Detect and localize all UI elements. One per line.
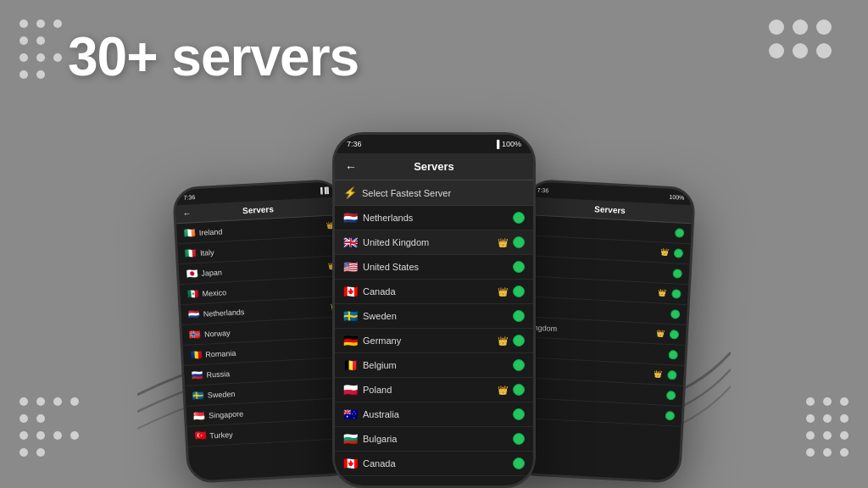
connected-indicator <box>674 248 684 258</box>
connected-indicator <box>513 335 525 347</box>
premium-crown-icon: 👑 <box>660 248 669 257</box>
phone-right-battery: 100% <box>669 193 684 200</box>
flag-icon: 🇬🇧 <box>343 236 358 249</box>
country-label: Russia <box>206 363 342 379</box>
list-item[interactable]: 🇦🇺 Australia <box>335 402 533 427</box>
flag-icon: 🇷🇴 <box>190 349 203 361</box>
phone-center-header: ← Servers <box>335 153 533 180</box>
country-label: Sweden <box>208 384 343 399</box>
country-label: Netherlands <box>363 213 508 223</box>
country-label <box>531 266 668 273</box>
phone-center: 7:36 ▐ 100% ← Servers ⚡ Select Fastest S… <box>332 132 536 488</box>
phone-right-title: Servers <box>594 204 626 215</box>
list-item[interactable]: 🇳🇱 Netherlands <box>335 206 533 230</box>
connected-indicator <box>513 458 525 469</box>
flag-icon: 🇲🇽 <box>186 288 199 300</box>
flag-icon: 🇸🇪 <box>343 309 358 323</box>
connected-indicator <box>672 269 682 279</box>
premium-crown-icon: 👑 <box>654 370 662 379</box>
dots-top-left-decoration <box>17 17 64 85</box>
list-item[interactable]: 🇨🇦 Canada <box>335 452 533 476</box>
fastest-server-row[interactable]: ⚡ Select Fastest Server <box>335 180 533 206</box>
list-item[interactable]: 🇧🇪 Belgium <box>335 353 533 378</box>
phone-center-server-list: ⚡ Select Fastest Server 🇳🇱 Netherlands 🇬… <box>335 180 533 476</box>
phone-left-time: 7:36 <box>183 194 195 201</box>
country-label <box>527 347 664 354</box>
connected-indicator <box>513 408 525 420</box>
flag-icon: 🇳🇱 <box>187 308 200 320</box>
country-label <box>525 388 661 395</box>
phone-right-server-list: 👑 👑 kingdom 👑 <box>516 215 691 427</box>
premium-crown-icon: 👑 <box>656 330 665 338</box>
phone-left-back-button[interactable]: ← <box>182 208 192 219</box>
country-label <box>529 307 665 313</box>
flag-icon: 🇧🇪 <box>343 358 358 372</box>
country-label: Japan <box>201 263 325 278</box>
phone-center-battery: ▐ 100% <box>494 140 521 148</box>
flag-icon: 🇹🇷 <box>194 430 207 442</box>
country-label: Canada <box>363 286 492 297</box>
connected-indicator <box>513 212 525 224</box>
list-item[interactable]: 🇧🇬 Bulgaria <box>335 427 533 452</box>
flag-icon: 🇵🇱 <box>343 383 358 396</box>
flag-icon: 🇨🇦 <box>343 285 358 298</box>
country-label: Belgium <box>363 360 508 370</box>
country-label: Turkey <box>209 424 345 440</box>
premium-crown-icon: 👑 <box>498 238 508 247</box>
phone-center-notch <box>400 135 468 153</box>
connected-indicator <box>667 370 677 380</box>
connected-indicator <box>665 411 676 421</box>
list-item[interactable]: 🇨🇦 Canada 👑 <box>335 280 533 304</box>
flag-icon: 🇮🇪 <box>183 227 196 239</box>
phone-left-title: Servers <box>242 204 274 215</box>
connected-indicator <box>513 310 525 322</box>
connected-indicator <box>671 289 682 299</box>
fastest-server-label: Select Fastest Server <box>362 188 451 198</box>
premium-crown-icon: 👑 <box>498 385 508 395</box>
list-item[interactable]: 🇩🇪 Germany 👑 <box>335 329 533 353</box>
country-label: United Kingdom <box>363 237 492 247</box>
flag-icon: 🇳🇴 <box>189 329 202 341</box>
phone-center-back-button[interactable]: ← <box>345 160 357 174</box>
premium-crown-icon: 👑 <box>658 289 666 297</box>
country-label: Australia <box>363 409 508 419</box>
country-label: Poland <box>363 385 492 395</box>
connected-indicator <box>513 433 525 445</box>
country-label: Ireland <box>199 222 323 237</box>
country-label: Bulgaria <box>363 434 508 444</box>
list-item[interactable]: 🇬🇧 United Kingdom 👑 <box>335 230 533 255</box>
country-label: kingdom <box>528 323 651 338</box>
phone-right: 7:36 100% Servers 👑 👑 <box>511 179 696 484</box>
country-label: Norway <box>204 323 340 338</box>
connected-indicator <box>670 309 681 319</box>
connected-indicator <box>513 384 525 396</box>
phones-showcase: 7:36 ▐▐▌ ← Servers 🇮🇪 Ireland 👑 🇮🇹 Italy… <box>180 132 688 488</box>
connected-indicator <box>675 228 685 238</box>
flag-icon: 🇷🇺 <box>191 369 203 381</box>
country-label: Germany <box>363 336 492 346</box>
country-label: Netherlands <box>203 303 327 319</box>
fastest-server-icon: ⚡ <box>343 186 357 199</box>
dots-bottom-right-decoration <box>804 395 851 463</box>
connected-indicator <box>666 391 676 401</box>
list-item[interactable]: 🇸🇪 Sweden <box>335 304 533 329</box>
dots-bottom-left-decoration <box>17 395 81 463</box>
country-label <box>531 286 654 293</box>
connected-indicator <box>670 330 680 340</box>
country-label <box>524 408 660 415</box>
premium-crown-icon: 👑 <box>498 336 508 346</box>
country-label <box>532 246 655 252</box>
phone-center-time: 7:36 <box>347 140 362 148</box>
flag-icon: 🇯🇵 <box>186 268 198 280</box>
country-label <box>533 225 670 232</box>
flag-icon: 🇧🇬 <box>343 432 358 446</box>
phone-center-title: Servers <box>414 160 454 173</box>
list-item[interactable]: 🇵🇱 Poland 👑 <box>335 378 533 402</box>
flag-icon: 🇸🇪 <box>192 390 205 402</box>
flag-icon: 🇺🇸 <box>343 260 358 274</box>
connected-indicator <box>668 350 678 360</box>
flag-icon: 🇸🇬 <box>193 410 206 422</box>
connected-indicator <box>513 236 525 248</box>
list-item[interactable]: 🇺🇸 United States <box>335 255 533 280</box>
country-label <box>526 368 649 374</box>
